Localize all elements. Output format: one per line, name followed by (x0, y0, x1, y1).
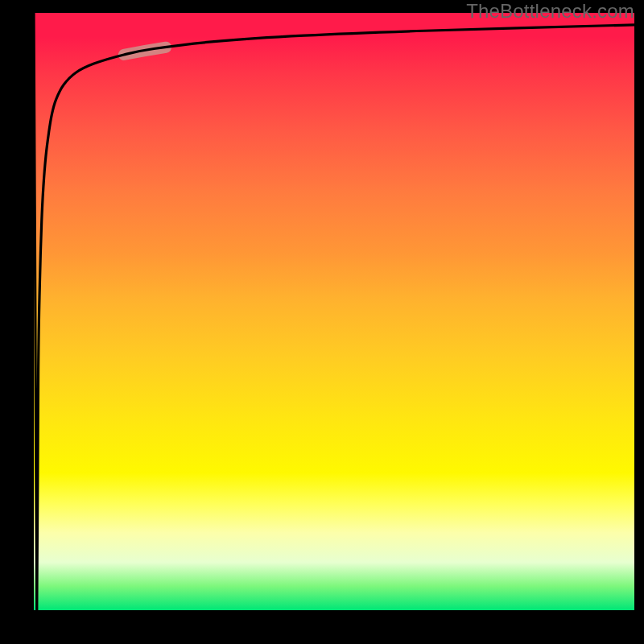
chart-svg (34, 13, 634, 610)
chart-container: TheBottleneck.com (0, 0, 644, 644)
curve-line (34, 13, 634, 611)
watermark-text: TheBottleneck.com (466, 0, 634, 23)
